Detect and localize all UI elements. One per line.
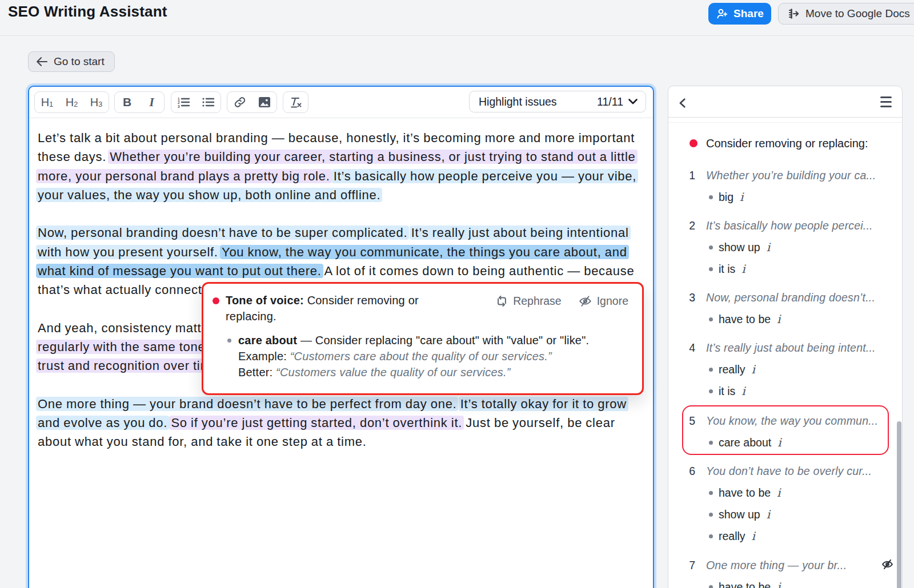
- eye-off-icon[interactable]: [881, 558, 893, 570]
- info-icon[interactable]: i: [777, 312, 780, 326]
- issue-quote[interactable]: It’s really just about being intent...: [706, 341, 876, 355]
- issue-term[interactable]: care abouti: [719, 436, 781, 449]
- issue-item-7[interactable]: 7One more thing — your br...: [668, 557, 902, 573]
- issue-term[interactable]: have to bei: [719, 486, 780, 500]
- highlight-issues-dropdown[interactable]: Highlight issues 11/11: [469, 91, 646, 112]
- menu-icon[interactable]: [880, 96, 892, 107]
- issue-term-row[interactable]: it isi: [668, 383, 902, 399]
- h2-button[interactable]: H2: [59, 92, 84, 112]
- issue-term[interactable]: have to bei: [719, 580, 780, 588]
- issue-quote[interactable]: You know, the way you commun...: [706, 414, 878, 428]
- ordered-list-icon: 1 2 3: [178, 96, 190, 108]
- issue-term-row[interactable]: have to bei: [668, 485, 902, 501]
- highlighted-text[interactable]: So if you’re just getting started, don’t…: [169, 416, 464, 430]
- issue-quote[interactable]: One more thing — your br...: [706, 559, 847, 572]
- highlighted-text[interactable]: It’s totally okay for it to grow: [459, 397, 628, 411]
- info-icon[interactable]: i: [767, 508, 770, 521]
- collapse-sidebar-button[interactable]: [677, 98, 687, 108]
- issue-term-row[interactable]: show upi: [668, 506, 902, 522]
- highlighted-text[interactable]: and evolve as you do.: [36, 416, 169, 430]
- sidebar-scrollbar[interactable]: [897, 421, 901, 588]
- bullet-dot: [709, 368, 713, 372]
- issue-term-row[interactable]: it isi: [668, 261, 902, 277]
- move-to-google-docs-label: Move to Google Docs: [805, 7, 910, 20]
- info-icon[interactable]: i: [777, 486, 780, 500]
- clear-format-group: [283, 91, 308, 113]
- highlighted-text[interactable]: You know, the way you communicate, the t…: [220, 245, 629, 259]
- issue-item-3[interactable]: 3Now, personal branding doesn’t...: [668, 289, 902, 305]
- highlighted-text[interactable]: One more thing — your brand doesn’t have…: [36, 397, 458, 411]
- issue-quote[interactable]: It’s basically how people percei...: [706, 219, 873, 232]
- bold-button[interactable]: B: [115, 92, 139, 112]
- issue-term-row[interactable]: care abouti: [668, 434, 902, 450]
- issue-item-2[interactable]: 2It’s basically how people percei...: [668, 218, 902, 233]
- highlighted-text[interactable]: more, your personal brand plays a pretty…: [36, 169, 332, 183]
- issue-term[interactable]: reallyi: [719, 363, 755, 376]
- issue-item-1[interactable]: 1Whether you’re building your ca...: [668, 167, 902, 183]
- editor-line: One more thing — your brand doesn’t have…: [38, 394, 653, 413]
- heading-letter: H: [41, 96, 49, 109]
- issue-number: 5: [686, 414, 695, 428]
- link-button[interactable]: [227, 92, 252, 112]
- go-to-start-button[interactable]: Go to start: [28, 51, 115, 72]
- highlighted-text[interactable]: your values, the way you show up, both o…: [36, 188, 382, 202]
- highlighted-text[interactable]: Now, personal branding doesn’t have to b…: [36, 225, 409, 240]
- highlighted-text[interactable]: Whether you’re building your career, sta…: [108, 150, 637, 164]
- issue-term-row[interactable]: have to bei: [668, 579, 902, 588]
- info-icon[interactable]: i: [741, 262, 745, 276]
- issue-term-row[interactable]: reallyi: [668, 528, 902, 544]
- issue-term[interactable]: bigi: [719, 190, 743, 204]
- go-to-start-label: Go to start: [54, 55, 105, 68]
- info-icon[interactable]: i: [740, 190, 743, 204]
- text-style-group: B I: [114, 91, 165, 113]
- h3-button[interactable]: H3: [84, 92, 109, 112]
- issue-term[interactable]: reallyi: [719, 529, 755, 543]
- highlighted-text[interactable]: It’s really just about being intentional: [410, 225, 631, 240]
- example-label: Example:: [238, 350, 290, 363]
- issue-term-row[interactable]: have to bei: [668, 311, 902, 327]
- image-button[interactable]: [252, 92, 276, 112]
- bullet-list-button[interactable]: [196, 92, 221, 112]
- info-icon[interactable]: i: [777, 436, 781, 449]
- issue-term[interactable]: show upi: [719, 240, 770, 254]
- issue-term[interactable]: it isi: [719, 384, 745, 398]
- issue-number: 4: [686, 341, 695, 355]
- ordered-list-button[interactable]: 1 2 3: [171, 92, 196, 112]
- move-to-google-docs-button[interactable]: Move to Google Docs: [778, 3, 914, 25]
- ignore-button[interactable]: Ignore: [579, 295, 628, 308]
- issue-term-row[interactable]: show upi: [668, 239, 902, 255]
- issue-term-row[interactable]: bigi: [668, 189, 902, 205]
- issue-number: 7: [686, 559, 695, 572]
- issue-item-4[interactable]: 4It’s really just about being intent...: [668, 340, 902, 356]
- info-icon[interactable]: i: [752, 363, 755, 376]
- issue-quote[interactable]: Now, personal branding doesn’t...: [706, 291, 875, 304]
- share-button[interactable]: Share: [708, 3, 771, 25]
- issue-item-5[interactable]: 5You know, the way you commun...: [668, 413, 902, 429]
- h1-button[interactable]: H1: [35, 92, 59, 112]
- issue-term-row[interactable]: reallyi: [668, 361, 902, 377]
- issue-term[interactable]: it isi: [719, 262, 745, 276]
- clear-formatting-button[interactable]: [283, 92, 308, 112]
- issue-quote[interactable]: You don’t have to be overly cur...: [706, 465, 872, 478]
- highlighted-text[interactable]: trust and recognition over time.: [36, 359, 224, 373]
- better-text: “Customers value the quality of our serv…: [276, 366, 510, 378]
- highlighted-text[interactable]: It’s basically how people perceive you —…: [332, 169, 638, 183]
- info-icon[interactable]: i: [777, 580, 780, 588]
- italic-button[interactable]: I: [139, 92, 164, 112]
- sidebar-header: [668, 86, 902, 118]
- rephrase-button[interactable]: Rephrase: [496, 295, 562, 308]
- info-icon[interactable]: i: [767, 240, 770, 254]
- issues-red-dot: [689, 139, 697, 147]
- highlighted-text[interactable]: what kind of message you want to put out…: [36, 264, 323, 278]
- issue-item-6[interactable]: 6You don’t have to be overly cur...: [668, 463, 902, 479]
- highlighted-text[interactable]: with how you present yourself.: [36, 245, 220, 259]
- issue-term[interactable]: show upi: [719, 508, 770, 521]
- bullet-dot: [709, 267, 713, 271]
- issue-term[interactable]: have to bei: [719, 312, 780, 326]
- info-icon[interactable]: i: [752, 529, 755, 543]
- plain-text: Let’s talk a bit about personal branding…: [38, 131, 635, 145]
- popup-detail: care about — Consider replacing "care ab…: [238, 332, 589, 380]
- info-icon[interactable]: i: [741, 384, 745, 398]
- issue-red-dot: [213, 297, 219, 304]
- issue-quote[interactable]: Whether you’re building your ca...: [706, 169, 876, 182]
